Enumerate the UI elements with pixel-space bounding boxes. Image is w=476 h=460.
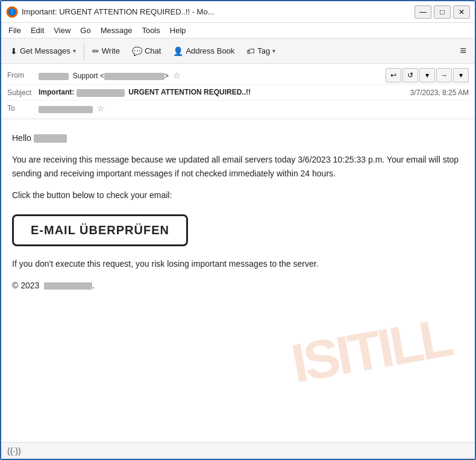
subject-label: Subject — [7, 89, 39, 97]
chat-button[interactable]: 💬 Chat — [127, 43, 166, 59]
reply-button[interactable]: ↩ — [386, 68, 401, 82]
connection-status-icon: ((·)) — [7, 446, 21, 456]
app-icon — [6, 6, 18, 18]
menu-view[interactable]: View — [49, 25, 75, 36]
menu-message[interactable]: Message — [96, 25, 137, 36]
header-action-buttons: ↩ ↺ ▾ → ▾ — [386, 68, 469, 82]
subject-row: Subject Important: URGENT ATTENTION REQU… — [7, 85, 469, 101]
write-label: Write — [102, 46, 120, 55]
hamburger-menu[interactable]: ≡ — [455, 42, 471, 60]
reply-all-button[interactable]: ↺ — [402, 68, 418, 82]
email-timestamp: 3/7/2023, 8:25 AM — [410, 89, 469, 97]
to-value: ☆ — [39, 104, 469, 113]
tag-icon: 🏷 — [246, 46, 255, 56]
subject-blurred — [77, 89, 125, 97]
toolbar-sep-1 — [84, 43, 84, 60]
greeting-paragraph: Hello — [12, 131, 464, 145]
menu-bar: File Edit View Go Message Tools Help — [1, 23, 475, 39]
window-controls: — □ ✕ — [415, 5, 470, 19]
main-window: Important: URGENT ATTENTION REQUIRED..!!… — [0, 0, 476, 460]
get-messages-button[interactable]: ⬇ Get Messages ▾ — [5, 43, 81, 59]
menu-tools[interactable]: Tools — [137, 25, 164, 36]
subject-main: URGENT ATTENTION REQUIRED..!! — [128, 88, 251, 96]
watermark: ISITILL — [285, 294, 457, 407]
more-nav-button[interactable]: ▾ — [453, 68, 469, 82]
to-row: To ☆ — [7, 101, 469, 116]
body-paragraph-3: If you don't execute this request, you r… — [12, 257, 464, 270]
to-star-icon[interactable]: ☆ — [97, 104, 105, 113]
subject-important: Important: — [39, 88, 77, 96]
more-actions-button[interactable]: ▾ — [419, 68, 435, 82]
window-title: Important: URGENT ATTENTION REQUIRED..!!… — [22, 7, 415, 16]
address-book-icon: 👤 — [173, 46, 183, 56]
email-verify-button[interactable]: E-MAIL ÜBERPRÜFEN — [12, 214, 188, 246]
address-book-label: Address Book — [186, 46, 234, 55]
menu-go[interactable]: Go — [75, 25, 95, 36]
to-email-blurred — [39, 106, 93, 113]
minimize-button[interactable]: — — [415, 5, 431, 19]
from-email-blurred — [104, 73, 164, 80]
forward-button[interactable]: → — [436, 68, 452, 82]
from-value: Support < > ☆ — [39, 70, 386, 80]
company-name-blurred — [44, 282, 92, 290]
from-support-text: Support < — [73, 72, 104, 80]
chat-label: Chat — [145, 46, 161, 55]
from-label: From — [7, 71, 39, 79]
get-messages-icon: ⬇ — [10, 46, 17, 56]
close-button[interactable]: ✕ — [453, 5, 470, 19]
menu-help[interactable]: Help — [165, 25, 191, 36]
toolbar: ⬇ Get Messages ▾ ✏ Write 💬 Chat 👤 Addres… — [1, 39, 475, 64]
from-row: From Support < > ☆ ↩ ↺ ▾ → ▾ — [7, 66, 469, 85]
email-header: From Support < > ☆ ↩ ↺ ▾ → ▾ Subject Imp… — [1, 64, 475, 119]
tag-button[interactable]: 🏷 Tag ▾ — [241, 43, 281, 59]
subject-value: Important: URGENT ATTENTION REQUIRED..!! — [39, 88, 410, 96]
maximize-button[interactable]: □ — [434, 5, 451, 19]
body-paragraph-2: Click the button below to check your ema… — [12, 188, 464, 202]
copyright-year: © 2023 — [12, 281, 39, 290]
from-name-blurred — [39, 73, 69, 80]
recipient-name-blurred — [34, 134, 67, 143]
menu-edit[interactable]: Edit — [26, 25, 49, 36]
get-messages-label: Get Messages — [20, 46, 70, 55]
status-bar: ((·)) — [1, 442, 475, 459]
title-bar: Important: URGENT ATTENTION REQUIRED..!!… — [1, 1, 475, 23]
menu-file[interactable]: File — [4, 25, 26, 36]
from-star-icon[interactable]: ☆ — [173, 70, 181, 80]
body-paragraph-1: You are receiving this message because w… — [12, 153, 464, 180]
chat-icon: 💬 — [132, 46, 142, 56]
write-icon: ✏ — [92, 46, 99, 56]
tag-label: Tag — [257, 46, 270, 55]
email-body: Hello You are receiving this message bec… — [1, 119, 475, 442]
copyright-paragraph: © 2023 . — [12, 279, 464, 292]
tag-dropdown-icon: ▾ — [272, 48, 275, 54]
get-messages-dropdown-icon: ▾ — [73, 48, 76, 54]
to-label: To — [7, 104, 39, 113]
write-button[interactable]: ✏ Write — [87, 43, 125, 59]
address-book-button[interactable]: 👤 Address Book — [168, 43, 240, 59]
